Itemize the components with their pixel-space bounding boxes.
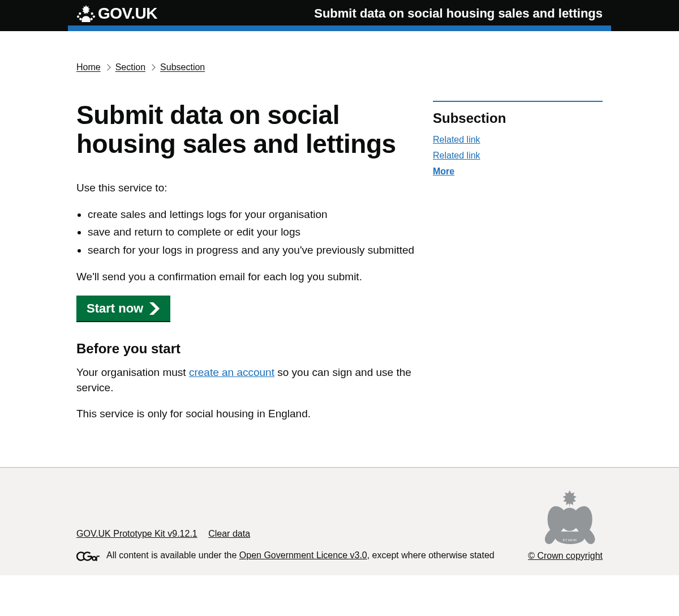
create-account-link[interactable]: create an account xyxy=(189,366,274,378)
service-bullets: create sales and lettings logs for your … xyxy=(76,207,416,258)
main-content: Submit data on social housing sales and … xyxy=(76,101,416,433)
start-now-button[interactable]: Start now xyxy=(76,296,170,321)
sidebar: Subsection Related link Related link Mor… xyxy=(433,101,603,433)
chevron-right-icon xyxy=(149,302,160,315)
breadcrumb-home[interactable]: Home xyxy=(76,62,101,72)
service-name: Submit data on social housing sales and … xyxy=(157,6,603,21)
govuk-logo-text: GOV.UK xyxy=(98,5,157,23)
list-item: create sales and lettings logs for your … xyxy=(88,207,416,223)
before-paragraph-2: This service is only for social housing … xyxy=(76,407,416,422)
sidebar-related-link[interactable]: Related link xyxy=(433,151,480,160)
breadcrumb: Home Section Subsection xyxy=(76,54,603,72)
sidebar-related-link[interactable]: Related link xyxy=(433,135,480,144)
intro-text: Use this service to: xyxy=(76,181,416,196)
footer-link-prototype-kit[interactable]: GOV.UK Prototype Kit v9.12.1 xyxy=(76,529,197,538)
breadcrumb-section[interactable]: Section xyxy=(115,62,145,72)
footer-links: GOV.UK Prototype Kit v9.12.1 Clear data xyxy=(76,529,511,539)
sidebar-more-link[interactable]: More xyxy=(433,166,454,176)
coat-of-arms-icon: ET MON xyxy=(537,490,603,544)
page-title: Submit data on social housing sales and … xyxy=(76,101,416,158)
footer-licence-link[interactable]: Open Government Licence v3.0 xyxy=(239,550,367,560)
list-item: save and return to complete or edit your… xyxy=(88,225,416,240)
footer-link-clear-data[interactable]: Clear data xyxy=(208,529,250,538)
before-paragraph-1: Your organisation must create an account… xyxy=(76,365,416,395)
footer-licence: All content is available under the Open … xyxy=(76,550,511,561)
confirmation-text: We'll send you a confirmation email for … xyxy=(76,270,416,285)
sidebar-heading: Subsection xyxy=(433,110,603,126)
crown-icon xyxy=(76,5,96,22)
breadcrumb-subsection[interactable]: Subsection xyxy=(160,62,205,72)
footer-copyright-link[interactable]: © Crown copyright xyxy=(528,551,603,561)
govuk-logo-link[interactable]: GOV.UK xyxy=(76,5,157,23)
list-item: search for your logs in progress and any… xyxy=(88,243,416,258)
before-you-start-heading: Before you start xyxy=(76,341,416,357)
start-now-label: Start now xyxy=(87,301,143,316)
site-header: GOV.UK Submit data on social housing sal… xyxy=(0,0,679,31)
ogl-icon xyxy=(76,551,100,561)
site-footer: GOV.UK Prototype Kit v9.12.1 Clear data … xyxy=(0,467,679,575)
svg-text:ET MON: ET MON xyxy=(562,538,577,542)
